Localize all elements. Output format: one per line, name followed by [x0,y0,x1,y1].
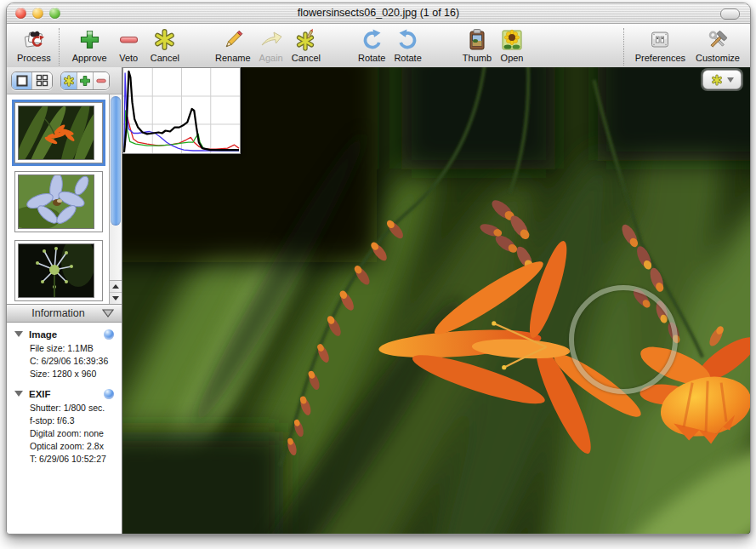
content-area: Information Image File size: 1.1MB C: 6/… [7,67,750,534]
cancel-rename-button[interactable]: Cancel [288,26,324,64]
process-icon [21,26,47,53]
image-section-title: Image [29,329,104,340]
image-section-header[interactable]: Image [7,325,122,341]
dimensions-row: Size: 1280 x 960 [30,368,118,380]
approve-plus-icon [78,26,101,53]
sidebar: Information Image File size: 1.1MB C: 6/… [7,67,122,534]
scroll-down-button[interactable] [110,293,122,304]
again-arrow-icon [259,26,283,53]
toolbar-toggle-button[interactable] [720,9,740,20]
taken-date-row: T: 6/29/06 10:52:27 [30,453,118,466]
preferences-switches-icon [648,26,672,53]
rename-button[interactable]: Rename [212,26,254,64]
thumbnail-column [7,94,110,305]
rotate-ccw-icon [396,26,420,53]
open-button[interactable]: Open [497,26,527,64]
information-collapse-icon[interactable] [102,309,114,317]
approve-button[interactable]: Approve [69,26,111,64]
single-view-icon [15,74,29,88]
minimize-button[interactable] [32,8,43,19]
customize-label: Customize [696,53,740,63]
thumb-label: Thumb [463,53,492,63]
again-button: Again [256,26,287,64]
tag-asterisk-icon [63,75,75,87]
toolbar-separator [59,28,60,66]
window-title: flowersinsects06_020.jpg (1 of 16) [7,3,750,23]
preferences-label: Preferences [635,53,685,63]
cancel-tag-button[interactable]: Cancel [147,26,183,64]
open-sunflower-icon [500,26,524,53]
thumbnail-1[interactable] [14,102,103,163]
preferences-button[interactable]: Preferences [632,26,689,64]
chevron-down-icon [727,77,734,83]
tag-dropdown-button[interactable] [702,70,742,89]
process-button[interactable]: Process [14,26,54,64]
rotate-cw-button[interactable]: Rotate [355,26,389,64]
histogram-overlay [122,67,241,154]
single-view-button[interactable] [12,72,32,89]
view-mode-control [11,71,53,90]
image-viewer[interactable] [122,67,750,534]
cancel-rename-icon [294,26,318,53]
shutter-row: Shutter: 1/800 sec. [30,402,118,415]
scrollbar-arrows [110,280,122,304]
grid-view-icon [36,74,48,87]
scroll-up-button[interactable] [110,281,122,293]
exif-section-orb-icon[interactable] [104,389,114,399]
desktop: flowersinsects06_020.jpg (1 of 16) Proce… [0,0,756,549]
scroll-up-icon [112,284,119,289]
process-label: Process [17,53,51,63]
traffic-lights [15,8,60,19]
information-panel: Image File size: 1.1MB C: 6/29/06 16:39:… [7,323,122,535]
scrollbar-thumb[interactable] [111,96,121,226]
loupe-circle[interactable] [569,285,678,394]
tag-plus-icon [79,75,91,87]
asterisk-dropdown-icon [711,74,723,86]
thumb-button[interactable]: Thumb [459,26,495,64]
thumbnail-3-image [18,243,94,298]
tag-asterisk-button[interactable] [61,72,77,89]
toolbar: Process Approve [7,24,750,69]
image-section-rows: File size: 1.1MB C: 6/29/06 16:39:36 Siz… [7,341,122,385]
thumbnail-2-image [18,174,94,229]
thumbnail-1-image [18,106,94,160]
rotate-cw-label: Rotate [358,53,385,63]
fstop-row: f-stop: f/6.3 [30,415,118,427]
rename-label: Rename [215,53,251,63]
rotate-cw-icon [360,26,384,53]
disclosure-triangle-icon[interactable] [14,391,23,397]
optical-zoom-row: Optical zoom: 2.8x [30,440,118,453]
tag-minus-button[interactable] [94,72,109,89]
thumbnail-list [7,94,122,305]
thumb-clipboard-icon [465,26,489,53]
customize-tools-icon [706,26,730,53]
exif-section-header[interactable]: EXIF [7,385,122,401]
file-size-row: File size: 1.1MB [30,342,118,355]
information-title: Information [14,307,102,319]
scroll-down-icon [112,296,119,300]
thumbnail-3[interactable] [14,240,103,301]
tag-plus-button[interactable] [77,72,94,89]
thumbnail-scrollbar[interactable] [109,94,122,304]
approve-label: Approve [72,53,107,63]
toolbar-separator [623,28,624,66]
histogram-chart [123,68,240,153]
zoom-button[interactable] [49,8,60,19]
exif-section-rows: Shutter: 1/800 sec. f-stop: f/6.3 Digita… [7,401,122,470]
veto-button[interactable]: Veto [114,26,144,64]
open-label: Open [501,53,524,63]
rotate-ccw-button[interactable]: Rotate [390,26,424,64]
sidebar-controls [7,67,122,94]
grid-view-button[interactable] [32,72,52,89]
disclosure-triangle-icon[interactable] [14,331,23,337]
tag-control [60,71,110,90]
title-bar[interactable]: flowersinsects06_020.jpg (1 of 16) [7,3,750,24]
cancel-tag-label: Cancel [151,53,179,63]
tag-minus-icon [95,75,107,87]
image-section-orb-icon[interactable] [104,329,114,340]
customize-button[interactable]: Customize [692,26,743,64]
information-header[interactable]: Information [7,305,122,323]
cancel-asterisk-icon [153,26,176,53]
close-button[interactable] [15,8,26,19]
thumbnail-2[interactable] [14,171,103,232]
